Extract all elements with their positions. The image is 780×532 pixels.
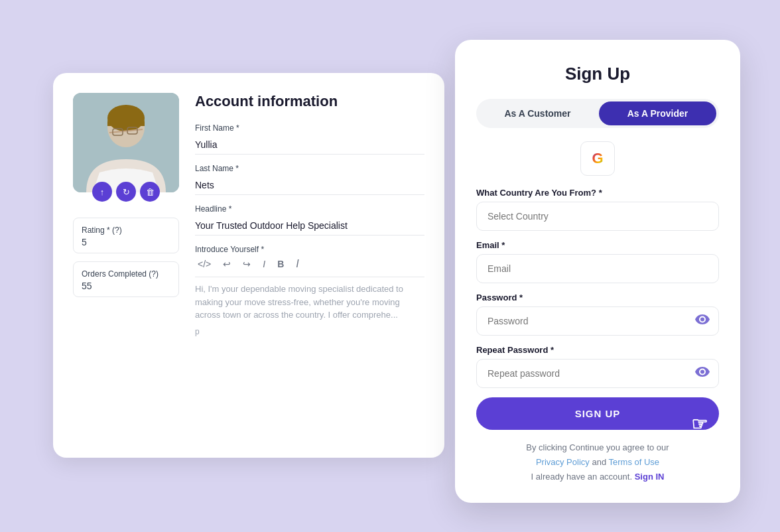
first-name-label: First Name * — [195, 123, 424, 133]
orders-box: Orders Completed (?) 55 — [73, 261, 179, 297]
avatar-wrapper: ↑ ↻ 🗑 — [73, 93, 179, 192]
avatar-actions: ↑ ↻ 🗑 — [92, 182, 160, 202]
toolbar-redo-btn[interactable]: ↪ — [240, 257, 253, 271]
headline-field: Headline * Your Trusted Outdoor Help Spe… — [195, 204, 424, 235]
email-label: Email * — [476, 240, 719, 250]
terms-text-1: By clicking Continue you agree to our — [526, 442, 669, 452]
email-input-wrapper — [476, 254, 719, 283]
account-form-section: Account information First Name * Yullia … — [195, 93, 424, 346]
rating-box: Rating * (?) 5 — [73, 218, 179, 253]
editor-toolbar: </> ↩ ↪ I B I — [195, 257, 424, 271]
orders-label: Orders Completed (?) — [82, 269, 159, 279]
repeat-password-label: Repeat Password * — [476, 345, 719, 355]
account-info-card: ↑ ↻ 🗑 Rating * (?) 5 Orders Completed (?… — [53, 73, 444, 458]
repeat-password-input-wrapper — [476, 359, 719, 388]
avatar-image — [73, 93, 179, 192]
password-section: Password * — [476, 293, 719, 336]
email-section: Email * — [476, 240, 719, 283]
avatar-upload-button[interactable]: ↑ — [92, 182, 112, 202]
privacy-policy-link[interactable]: Privacy Policy — [536, 457, 590, 467]
introduce-field: Introduce Yourself * </> ↩ ↪ I B I Hi, I… — [195, 245, 424, 336]
already-account-text: I already have an account. — [531, 472, 633, 482]
repeat-password-input[interactable] — [476, 359, 719, 388]
terms-and-text: and — [592, 457, 606, 467]
rating-value: 5 — [82, 237, 170, 247]
rating-label: Rating * (?) — [82, 226, 122, 235]
tab-row: As A Customer As A Provider — [476, 99, 719, 128]
introduce-text: Hi, I'm your dependable moving specialis… — [195, 277, 424, 322]
avatar-delete-button[interactable]: 🗑 — [140, 182, 160, 202]
email-input[interactable] — [476, 254, 719, 283]
headline-value: Your Trusted Outdoor Help Specialist — [195, 216, 424, 235]
toolbar-undo-btn[interactable]: ↩ — [220, 257, 233, 271]
p-tag: p — [195, 327, 424, 336]
cursor-icon: ☞ — [691, 413, 708, 435]
google-icon: G — [592, 150, 603, 167]
country-input-wrapper — [476, 202, 719, 231]
country-input[interactable] — [476, 202, 719, 231]
password-eye-icon[interactable] — [695, 314, 710, 328]
headline-label: Headline * — [195, 204, 424, 214]
toolbar-bold-btn[interactable]: B — [275, 257, 287, 271]
avatar-section: ↑ ↻ 🗑 Rating * (?) 5 Orders Completed (?… — [73, 93, 179, 346]
terms-text: By clicking Continue you agree to our Pr… — [476, 440, 719, 484]
toolbar-italic2-btn[interactable]: I — [293, 257, 301, 271]
signup-title: Sign Up — [476, 64, 719, 84]
signup-card: Sign Up As A Customer As A Provider G Wh… — [455, 40, 740, 503]
toolbar-code-btn[interactable]: </> — [195, 257, 214, 271]
password-label: Password * — [476, 293, 719, 302]
password-input-wrapper — [476, 306, 719, 336]
country-label: What Country Are You From? * — [476, 188, 719, 198]
first-name-field: First Name * Yullia — [195, 123, 424, 155]
password-input[interactable] — [476, 306, 719, 336]
repeat-password-eye-icon[interactable] — [695, 367, 710, 381]
last-name-field: Last Name * Nets — [195, 164, 424, 195]
google-btn-wrapper: G — [476, 141, 719, 176]
terms-of-use-link[interactable]: Terms of Use — [609, 457, 660, 467]
introduce-label: Introduce Yourself * — [195, 245, 424, 254]
account-card-title: Account information — [195, 93, 424, 110]
repeat-password-section: Repeat Password * — [476, 345, 719, 388]
google-signin-button[interactable]: G — [580, 141, 615, 176]
tab-provider[interactable]: As A Provider — [599, 101, 716, 125]
signin-link[interactable]: Sign IN — [635, 472, 665, 482]
toolbar-italic-btn[interactable]: I — [260, 257, 268, 271]
last-name-label: Last Name * — [195, 164, 424, 173]
avatar-refresh-button[interactable]: ↻ — [116, 182, 136, 202]
last-name-value: Nets — [195, 176, 424, 195]
first-name-value: Yullia — [195, 135, 424, 155]
signup-button[interactable]: SIGN UP ☞ — [476, 397, 719, 430]
tab-customer[interactable]: As A Customer — [479, 101, 596, 125]
signup-button-label: SIGN UP — [575, 408, 621, 419]
country-section: What Country Are You From? * — [476, 188, 719, 231]
orders-value: 55 — [82, 281, 170, 291]
